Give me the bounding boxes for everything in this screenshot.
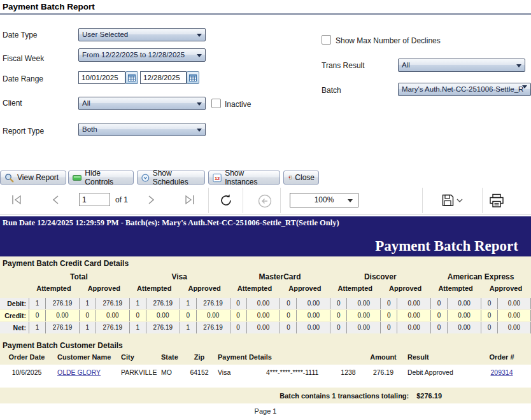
view-report-button[interactable]: View Report xyxy=(0,171,66,185)
totals-label: Batch contains 1 transactions totaling: xyxy=(280,392,409,400)
chevron-down-icon xyxy=(197,129,202,132)
cc-cell: 276.19 xyxy=(196,298,230,309)
fiscal-week-value: From 12/22/2025 to 12/28/2025 xyxy=(82,51,185,59)
previous-page-button[interactable] xyxy=(51,195,60,205)
cc-group-label: Total xyxy=(29,270,129,283)
column-header: Order Date xyxy=(0,351,53,365)
date-type-dropdown[interactable]: User Selected xyxy=(78,28,206,41)
clock-icon xyxy=(141,173,150,183)
cc-cell: 276.19 xyxy=(96,322,129,333)
page-number-input[interactable] xyxy=(79,193,110,206)
zip-cell: 64152 xyxy=(185,365,214,380)
cc-cell: 0.00 xyxy=(346,322,380,333)
trans-result-dropdown[interactable]: All xyxy=(398,59,525,72)
zoom-select[interactable]: 100% xyxy=(290,193,358,207)
page-title: Payment Batch Report xyxy=(3,2,95,11)
exit-door-icon xyxy=(288,173,292,182)
calendar-icon xyxy=(128,74,136,81)
chevron-left-icon xyxy=(51,195,60,205)
cc-section-title: Payment Batch Credit Card Details xyxy=(0,256,531,269)
cc-cell: 0 xyxy=(330,322,346,333)
city-cell: PARKVILLE xyxy=(117,365,157,380)
cc-subheader: Attempted xyxy=(129,283,180,295)
date-range-end-calendar-button[interactable] xyxy=(187,71,199,84)
calendar-icon xyxy=(189,74,197,81)
date-range-start-calendar-button[interactable] xyxy=(125,71,138,84)
chevron-down-icon xyxy=(516,64,521,67)
hide-controls-button[interactable]: Hide Controls xyxy=(68,171,134,185)
printer-icon xyxy=(489,193,504,208)
magnifier-icon xyxy=(4,173,14,183)
cc-cell: 0 xyxy=(180,310,196,321)
fiscal-week-dropdown[interactable]: From 12/22/2025 to 12/28/2025 xyxy=(78,48,206,62)
cc-subheader: Attempted xyxy=(29,283,79,295)
date-type-value: User Selected xyxy=(82,31,128,38)
batch-dropdown[interactable]: Mary's Auth.Net-CC-251006-Settle_R xyxy=(398,83,531,96)
cc-cell: 0.00 xyxy=(447,310,481,321)
close-button[interactable]: Close xyxy=(283,171,319,185)
table-row: Debit: 1 276.19 1 276.19 1 276.19 1 276.… xyxy=(0,298,531,309)
column-header: Amount xyxy=(363,351,404,365)
column-header: Order # xyxy=(472,351,531,365)
cc-cell: 276.19 xyxy=(146,298,180,309)
payment-batch-report-window: Payment Batch Report Date Type User Sele… xyxy=(0,0,531,420)
cc-subheader: Approved xyxy=(180,283,230,295)
totals-amount: $276.19 xyxy=(416,392,442,400)
first-page-button[interactable] xyxy=(10,195,23,205)
cc-cell: 0 xyxy=(79,310,96,321)
cc-cell: 0 xyxy=(280,322,296,333)
cc-group-label: Visa xyxy=(129,270,230,283)
fiscal-week-label: Fiscal Week xyxy=(3,54,44,63)
refresh-button[interactable] xyxy=(219,193,233,207)
cc-cell: 0 xyxy=(230,298,246,309)
cc-subheader: Attempted xyxy=(330,283,380,295)
floppy-disk-icon xyxy=(442,194,464,207)
order-date-cell: 10/6/2025 xyxy=(0,365,53,380)
report-type-dropdown[interactable]: Both xyxy=(78,123,206,136)
cc-cell: 0.00 xyxy=(497,322,531,333)
payment-type-cell: Visa xyxy=(214,365,262,380)
batch-totals-band: Batch contains 1 transactions totaling: … xyxy=(0,388,531,403)
cc-cell: 0.00 xyxy=(447,322,481,333)
cc-cell: 0 xyxy=(29,310,45,321)
cc-cell: 0.00 xyxy=(246,310,280,321)
title-divider xyxy=(0,13,531,15)
cc-row-label: Net: xyxy=(0,322,29,333)
cc-cell: 0.00 xyxy=(96,310,129,321)
cc-cell: 1 xyxy=(180,322,196,333)
column-header: Zip xyxy=(185,351,214,365)
cc-cell: 0 xyxy=(280,298,296,309)
last-page-button[interactable] xyxy=(183,195,196,205)
save-button[interactable] xyxy=(442,194,464,207)
customer-section-title: Payment Batch Customer Details xyxy=(0,339,531,351)
cc-cell: 0 xyxy=(330,298,346,309)
print-button[interactable] xyxy=(489,193,504,208)
cc-cell: 0.00 xyxy=(397,310,430,321)
trans-result-label: Trans Result xyxy=(322,61,365,70)
report-header-band: Run Date 12/24/2025 12:29:59 PM - Batch(… xyxy=(0,216,531,256)
show-instances-button[interactable]: 12 Show Instances xyxy=(208,171,280,185)
client-dropdown[interactable]: All xyxy=(78,97,206,110)
next-page-button[interactable] xyxy=(147,195,156,205)
back-to-parent-button[interactable] xyxy=(257,193,273,209)
date-range-end-input[interactable]: 12/28/2025 xyxy=(140,71,187,84)
cc-cell: 0.00 xyxy=(246,298,280,309)
cc-group-label: MasterCard xyxy=(230,270,330,283)
client-label: Client xyxy=(3,99,22,108)
cc-cell: 0 xyxy=(129,310,146,321)
inactive-label: Inactive xyxy=(225,100,251,109)
cc-cell: 0 xyxy=(380,322,397,333)
customer-name-link[interactable]: OLDE GLORY xyxy=(57,368,101,376)
cc-subheader: Approved xyxy=(481,283,531,295)
date-range-start-input[interactable]: 10/01/2025 xyxy=(78,71,125,84)
order-number-link[interactable]: 209314 xyxy=(490,368,513,376)
show-schedules-button[interactable]: Show Schedules xyxy=(137,171,205,185)
cc-corner xyxy=(0,270,29,283)
cc-cell: 276.19 xyxy=(96,298,129,309)
report-type-label: Report Type xyxy=(3,127,44,136)
inactive-checkbox[interactable] xyxy=(211,99,221,108)
cc-cell: 0.00 xyxy=(246,322,280,333)
cc-cell: 0 xyxy=(481,310,497,321)
cc-cell: 1 xyxy=(129,298,146,309)
show-max-declines-checkbox[interactable] xyxy=(322,35,331,45)
